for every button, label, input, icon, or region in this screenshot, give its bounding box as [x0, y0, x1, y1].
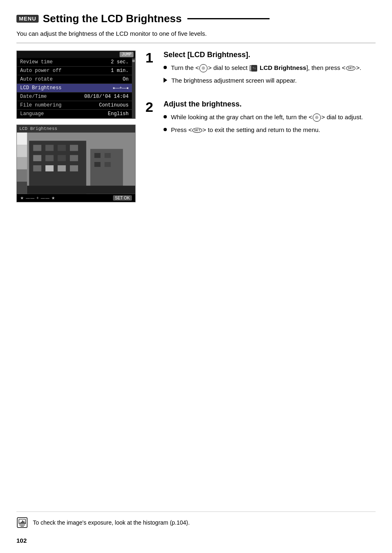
menu-row-autorotate: Auto rotate On [17, 75, 132, 84]
lcd-top-bar: LCD Brightness [17, 125, 135, 132]
svg-rect-22 [17, 145, 27, 157]
step-1: 1 Select [LCD Brightness]. Turn the <◎> … [145, 51, 376, 88]
step-1-bullets: Turn the <◎> dial to select [↑↓ LCD Brig… [164, 63, 361, 85]
svg-rect-6 [33, 155, 42, 161]
svg-rect-30 [20, 523, 21, 523]
svg-rect-18 [105, 162, 111, 167]
set-icon-2: SET [192, 128, 202, 133]
svg-rect-13 [70, 165, 78, 171]
bullet-dot-icon [164, 66, 167, 69]
step-2-bullet-1: While looking at the gray chart on the l… [164, 113, 363, 122]
menu-top-bar: JUMP [17, 51, 135, 58]
scroll-indicator [132, 58, 135, 118]
page-header: MENU Setting the LCD Brightness [16, 12, 376, 25]
step-1-number: 1 [145, 51, 158, 88]
svg-rect-11 [46, 165, 54, 171]
menu-updown-icon: ↑↓ [251, 65, 257, 72]
brightness-scale-icon: ★ —— + —— ★ [20, 196, 55, 200]
svg-rect-15 [95, 153, 101, 158]
step-2-bullet-1-text: While looking at the gray chart on the l… [171, 113, 363, 122]
step-2-bullet-2: Press <SET> to exit the setting and retu… [164, 125, 363, 135]
svg-rect-2 [33, 145, 42, 151]
svg-rect-34 [25, 523, 25, 523]
svg-rect-33 [23, 521, 24, 523]
svg-rect-5 [70, 145, 78, 151]
step-1-bullet-1-text: Turn the <◎> dial to select [↑↓ LCD Brig… [171, 63, 361, 73]
page-number: 102 [16, 537, 27, 544]
building-image [17, 132, 135, 194]
step-1-heading: Select [LCD Brightness]. [164, 51, 361, 59]
menu-row-filenumber: File numbering Continuous [17, 101, 132, 110]
menu-row-language: Language English [17, 110, 132, 118]
menu-row-lcd: LCD Brightness ★——+——★ [17, 84, 132, 93]
svg-rect-17 [95, 162, 101, 167]
step-2-content: Adjust the brightness. While looking at … [164, 100, 363, 138]
svg-rect-25 [17, 182, 27, 194]
svg-rect-12 [58, 165, 66, 171]
note-icon [16, 517, 28, 528]
page-title: Setting the LCD Brightness [43, 12, 182, 25]
menu-row-review: Review time 2 sec. [17, 58, 132, 67]
menu-row-autopower: Auto power off 1 min. [17, 67, 132, 75]
dial-icon-2: ◎ [313, 113, 321, 122]
svg-rect-3 [46, 145, 54, 151]
svg-rect-9 [70, 155, 78, 161]
step-2-bullets: While looking at the gray chart on the l… [164, 113, 363, 134]
step-1-bullet-2: The brightness adjustment screen will ap… [164, 76, 361, 86]
svg-rect-16 [105, 153, 111, 158]
svg-rect-7 [46, 155, 54, 161]
main-content: JUMP Review time 2 sec. Auto power off 1… [16, 51, 376, 202]
bullet-dot-icon-3 [164, 128, 167, 131]
jump-badge: JUMP [120, 52, 134, 57]
step-1-bullet-1: Turn the <◎> dial to select [↑↓ LCD Brig… [164, 63, 361, 73]
section-divider [16, 43, 376, 43]
lcd-image-area [17, 132, 135, 194]
svg-rect-24 [17, 169, 27, 182]
menu-row-datetime: Date/Time 08/18/'04 14:04 [17, 93, 132, 101]
step-2-heading: Adjust the brightness. [164, 100, 363, 109]
lcd-screenshot: LCD Brightness [16, 125, 136, 202]
step-2: 2 Adjust the brightness. While looking a… [145, 100, 376, 138]
set-ok-badge: SET OK [113, 195, 132, 201]
menu-screenshot: JUMP Review time 2 sec. Auto power off 1… [16, 51, 136, 119]
footer-note: To check the image's exposure, look at t… [16, 511, 376, 528]
step-1-bullet-2-text: The brightness adjustment screen will ap… [171, 76, 297, 86]
svg-rect-8 [58, 155, 66, 161]
svg-rect-21 [17, 133, 27, 145]
set-icon: SET [346, 66, 356, 71]
arrow-icon [164, 78, 167, 83]
svg-rect-32 [22, 521, 23, 523]
svg-rect-10 [33, 165, 42, 171]
step-2-number: 2 [145, 100, 158, 138]
right-column: 1 Select [LCD Brightness]. Turn the <◎> … [145, 51, 376, 202]
svg-rect-19 [17, 186, 135, 194]
title-underline [187, 18, 270, 19]
left-column: JUMP Review time 2 sec. Auto power off 1… [16, 51, 136, 202]
dial-icon: ◎ [199, 64, 208, 72]
footer-note-text: To check the image's exposure, look at t… [33, 519, 190, 526]
lcd-bottom-bar: ★ —— + —— ★ SET OK [17, 194, 135, 202]
step-1-content: Select [LCD Brightness]. Turn the <◎> di… [164, 51, 361, 88]
step-2-bullet-2-text: Press <SET> to exit the setting and retu… [171, 125, 320, 135]
menu-badge: MENU [16, 15, 39, 23]
subtitle: You can adjust the brightness of the LCD… [16, 30, 376, 37]
svg-rect-4 [58, 145, 66, 151]
bullet-dot-icon-2 [164, 115, 167, 118]
svg-rect-23 [17, 157, 27, 169]
svg-rect-31 [21, 522, 22, 523]
